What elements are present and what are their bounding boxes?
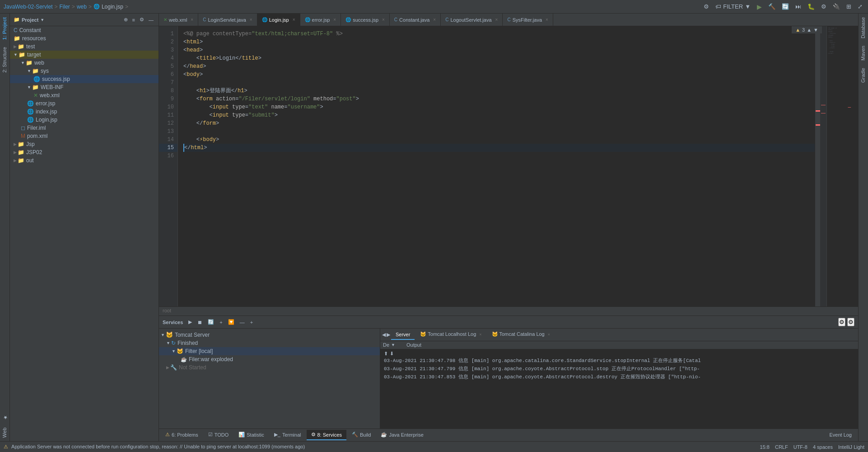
- btm-tab-problems[interactable]: ⚠ 6: Problems: [161, 430, 203, 440]
- tree-item-jsp02[interactable]: ▶ 📁 JSP02: [10, 148, 159, 156]
- close-catalina-log[interactable]: ×: [548, 332, 550, 337]
- warnings-indicator[interactable]: ▲ 3 ▲ ▼: [792, 26, 822, 33]
- project-tab[interactable]: 1: Project: [0, 14, 9, 43]
- breadcrumb-file[interactable]: Login.jsp: [102, 4, 123, 10]
- close-logoutservlet[interactable]: ×: [495, 17, 498, 22]
- scroll-up-icon[interactable]: ▲: [807, 27, 812, 33]
- close-loginservlet[interactable]: ×: [250, 17, 252, 22]
- tree-item-login-jsp[interactable]: 🌐 Login.jsp: [10, 116, 159, 124]
- breadcrumb-module[interactable]: Filer: [60, 4, 70, 10]
- editor-scrollbar[interactable]: [815, 26, 820, 306]
- close-sysfilter[interactable]: ×: [546, 17, 548, 22]
- tab-loginjsp[interactable]: 🌐 Login.jsp ×: [257, 14, 300, 26]
- line-separator[interactable]: CRLF: [775, 444, 788, 450]
- close-loginjsp[interactable]: ×: [293, 17, 295, 22]
- event-log-tab[interactable]: Event Log: [825, 430, 856, 440]
- log-tab-localhost[interactable]: 🐱 Tomcat Localhost Log ×: [415, 330, 486, 340]
- tree-item-out[interactable]: ▶ 📁 out: [10, 156, 159, 165]
- tree-item-jsp[interactable]: ▶ 📁 Jsp: [10, 140, 159, 148]
- tab-logoutservlet[interactable]: C LogoutServlet.java ×: [441, 14, 503, 26]
- step-icon[interactable]: ⏭: [793, 2, 803, 11]
- services-finished[interactable]: ▼ ↻ Finished: [159, 339, 380, 347]
- log-scroll-right[interactable]: ▶: [387, 332, 390, 338]
- play-button[interactable]: ▶: [755, 2, 764, 11]
- services-filter-local[interactable]: ▼ 🐱 Filter [local]: [159, 347, 380, 355]
- favorites-tab[interactable]: ★: [0, 411, 9, 424]
- gradle-tab[interactable]: Gradle: [859, 64, 868, 86]
- tab-webxml[interactable]: ✕ web.xml ×: [159, 14, 198, 26]
- btm-tab-terminal[interactable]: ▶_ Terminal: [270, 430, 306, 440]
- tree-item-web[interactable]: ▼ 📁 web: [10, 59, 159, 67]
- close-successjsp[interactable]: ×: [382, 17, 385, 22]
- stop-all-button[interactable]: ⏹: [196, 318, 204, 326]
- tree-item-sys[interactable]: ▼ 📁 sys: [10, 67, 159, 75]
- web-tab[interactable]: Web: [0, 424, 9, 441]
- filter-service-button[interactable]: 🔽: [226, 318, 236, 326]
- sidebar-close-button[interactable]: —: [147, 16, 155, 23]
- tree-item-webxml[interactable]: ✕ web.xml: [10, 91, 159, 99]
- log-scroll-left[interactable]: ◀: [382, 332, 386, 338]
- encoding[interactable]: UTF-8: [793, 444, 807, 450]
- tab-errorjsp[interactable]: 🌐 error.jsp ×: [300, 14, 341, 26]
- debug-icon[interactable]: 🐛: [806, 2, 817, 11]
- log-content[interactable]: ⬆ ⬇ 03-Aug-2021 21:30:47.798 信息 [main] o…: [380, 349, 858, 428]
- reload-icon[interactable]: 🔄: [780, 2, 791, 11]
- tab-loginservlet[interactable]: C LoginServlet.java ×: [198, 14, 257, 26]
- build-icon[interactable]: 🔨: [766, 2, 777, 11]
- add-service-button[interactable]: +: [218, 318, 224, 326]
- services-gear-button[interactable]: ⚙: [847, 318, 854, 326]
- locate-file-button[interactable]: ⊕: [122, 16, 129, 23]
- close-errorjsp[interactable]: ×: [333, 17, 336, 22]
- log-scroll-up[interactable]: ⬆: [384, 351, 388, 357]
- tree-item-success-jsp[interactable]: 🌐 success.jsp: [10, 75, 159, 83]
- close-constant[interactable]: ×: [433, 17, 436, 22]
- tab-sysfilter[interactable]: C SysFilter.java ×: [503, 14, 553, 26]
- collapse-service-button[interactable]: —: [238, 318, 247, 326]
- tree-item-resources[interactable]: 📁 resources: [10, 34, 159, 42]
- maven-tab[interactable]: Maven: [859, 42, 868, 64]
- services-tomcat-server[interactable]: ▼ 🐱 Tomcat Server: [159, 330, 380, 339]
- cursor-position[interactable]: 15:8: [760, 444, 770, 450]
- plugin-settings-icon[interactable]: ⚙: [819, 2, 828, 11]
- layout-icon[interactable]: ⊞: [845, 2, 853, 11]
- btm-tab-java-enterprise[interactable]: ☕ Java Enterprise: [376, 430, 428, 440]
- breadcrumb-project[interactable]: JavaWeb-02-Servlet: [4, 4, 53, 10]
- btm-tab-todo[interactable]: ☑ TODO: [204, 430, 233, 440]
- log-tab-catalina[interactable]: 🐱 Tomcat Catalina Log ×: [487, 330, 555, 340]
- close-localhost-log[interactable]: ×: [479, 332, 481, 337]
- expand-service-button[interactable]: +: [248, 318, 255, 326]
- log-tab-server[interactable]: Server: [391, 330, 415, 340]
- theme-indicator[interactable]: IntelliJ Light: [838, 444, 864, 450]
- restart-button[interactable]: 🔄: [206, 318, 216, 326]
- log-scroll-down[interactable]: ⬇: [390, 351, 394, 357]
- collapse-all-button[interactable]: ≡: [131, 16, 136, 23]
- indent-setting[interactable]: 4 spaces: [813, 444, 833, 450]
- tab-constant[interactable]: C Constant.java ×: [390, 14, 441, 26]
- close-webxml[interactable]: ×: [191, 17, 193, 22]
- tree-item-filer-iml[interactable]: ◻ Filer.iml: [10, 124, 159, 132]
- structure-tab[interactable]: 2: Structure: [0, 43, 9, 76]
- tree-item-index-jsp[interactable]: 🌐 index.jsp: [10, 108, 159, 116]
- tree-item-target[interactable]: ▼ 📁 target: [10, 51, 159, 59]
- tree-item-webinf[interactable]: ▼ 📁 WEB-INF: [10, 83, 159, 91]
- database-tab[interactable]: Database: [859, 14, 868, 42]
- btm-tab-statistic[interactable]: 📊 Statistic: [234, 430, 269, 440]
- tree-item-pom-xml[interactable]: M pom.xml: [10, 132, 159, 140]
- services-not-started[interactable]: ▶ 🔧 Not Started: [159, 363, 380, 372]
- event-log-btn[interactable]: Event Log: [825, 430, 856, 440]
- services-settings-button[interactable]: ⚙: [838, 318, 845, 326]
- tree-item-constant[interactable]: C Constant: [10, 26, 159, 34]
- dropdown-arrow[interactable]: ▼: [40, 18, 44, 22]
- scroll-down-icon[interactable]: ▼: [813, 27, 818, 33]
- services-filer-war[interactable]: ☕ Filer:war exploded: [159, 355, 380, 363]
- btm-tab-build[interactable]: 🔨 Build: [347, 430, 375, 440]
- settings-icon[interactable]: ⚙: [702, 2, 711, 11]
- filter-button[interactable]: 🏷 FILTER ▼: [714, 2, 752, 11]
- tree-item-test[interactable]: ▶ 📁 test: [10, 42, 159, 51]
- breadcrumb-folder[interactable]: web: [77, 4, 87, 10]
- tab-successjsp[interactable]: 🌐 success.jsp ×: [341, 14, 390, 26]
- col-de-header[interactable]: De ▼: [380, 341, 403, 348]
- maximize-icon[interactable]: ⤢: [856, 2, 864, 11]
- run-service-button[interactable]: ▶: [187, 318, 194, 326]
- plugin-icon[interactable]: 🔌: [831, 2, 842, 11]
